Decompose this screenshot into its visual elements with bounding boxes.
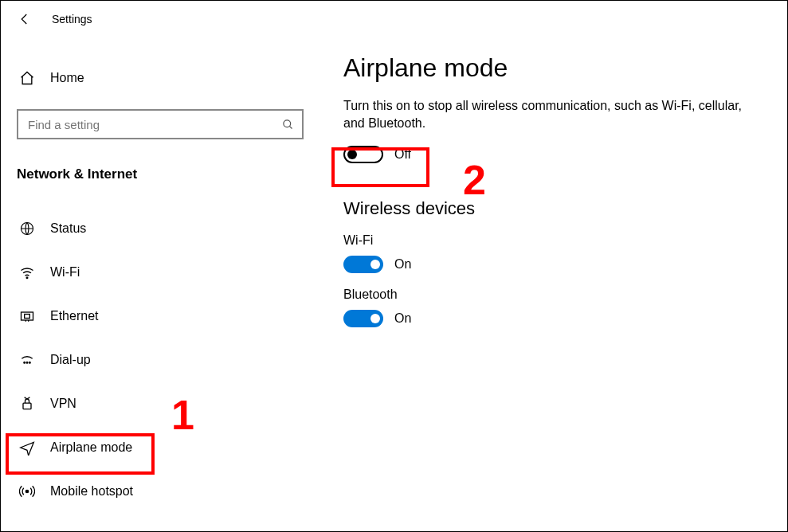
wifi-toggle-label: On [394, 257, 411, 272]
svg-point-2 [26, 276, 28, 278]
page-title: Airplane mode [343, 53, 763, 83]
bluetooth-toggle-label: On [394, 311, 411, 326]
sidebar-category: Network & Internet [17, 166, 304, 182]
sidebar-item-dialup[interactable]: Dial-up [17, 338, 304, 381]
svg-rect-4 [25, 314, 30, 318]
sidebar-item-vpn[interactable]: VPN [17, 381, 304, 425]
sidebar-item-label: Status [50, 221, 86, 236]
airplane-icon [18, 440, 36, 456]
wifi-device-label: Wi-Fi [343, 233, 763, 248]
home-icon [18, 70, 36, 86]
wireless-devices-title: Wireless devices [343, 198, 763, 219]
search-icon [282, 119, 294, 131]
sidebar-item-home[interactable]: Home [17, 58, 304, 98]
svg-point-5 [24, 362, 25, 363]
globe-icon [18, 221, 36, 237]
svg-point-7 [29, 362, 31, 363]
dialup-icon [18, 352, 36, 368]
sidebar-item-label: Wi-Fi [50, 265, 80, 280]
wifi-toggle[interactable] [343, 256, 383, 273]
ethernet-icon [18, 308, 36, 324]
svg-point-6 [26, 362, 28, 363]
search-input-container[interactable] [17, 109, 304, 139]
sidebar-item-label: Mobile hotspot [50, 484, 133, 499]
sidebar-item-airplane-mode[interactable]: Airplane mode [17, 425, 304, 469]
sidebar-item-label: Ethernet [50, 309, 98, 323]
airplane-mode-toggle[interactable] [343, 146, 383, 163]
sidebar-item-wifi[interactable]: Wi-Fi [17, 250, 304, 294]
bluetooth-device-label: Bluetooth [343, 288, 763, 302]
sidebar-item-label: Home [50, 71, 84, 85]
sidebar-item-label: VPN [50, 397, 76, 411]
wifi-icon [18, 264, 36, 280]
svg-point-9 [25, 490, 28, 492]
sidebar-item-ethernet[interactable]: Ethernet [17, 294, 304, 338]
svg-rect-8 [23, 403, 31, 409]
sidebar-item-status[interactable]: Status [17, 206, 304, 250]
svg-rect-3 [22, 312, 33, 320]
vpn-icon [18, 396, 36, 412]
page-description: Turn this on to stop all wireless commun… [343, 97, 763, 133]
sidebar-item-mobile-hotspot[interactable]: Mobile hotspot [17, 469, 304, 513]
app-title: Settings [52, 13, 92, 25]
search-input[interactable] [26, 117, 265, 132]
bluetooth-toggle[interactable] [343, 310, 383, 327]
svg-point-0 [284, 119, 291, 127]
hotspot-icon [18, 483, 36, 499]
sidebar-item-label: Airplane mode [50, 440, 132, 455]
back-button[interactable] [9, 3, 41, 35]
sidebar-item-label: Dial-up [50, 353, 91, 367]
airplane-mode-toggle-label: Off [394, 147, 411, 162]
